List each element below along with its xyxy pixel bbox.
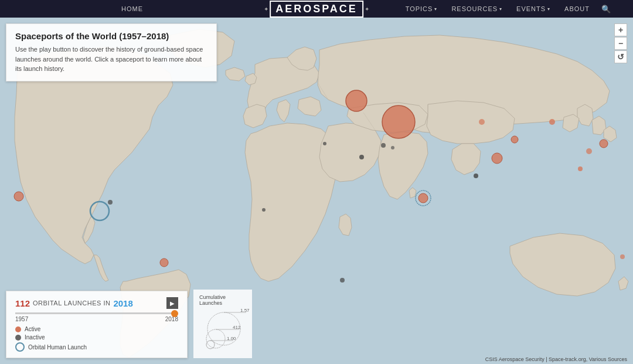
info-title: Spaceports of the World (1957–2018) [15, 31, 207, 41]
logo-star-right: ✦ [365, 6, 369, 12]
spaceport-plesetsk[interactable] [346, 90, 367, 111]
info-box: Spaceports of the World (1957–2018) Use … [6, 23, 217, 81]
search-icon[interactable]: 🔍 [597, 5, 615, 13]
nav-home[interactable]: HOME [114, 0, 150, 18]
spaceport-vandenberg[interactable] [14, 192, 23, 201]
svg-text:1.00: 1.00 [227, 336, 236, 341]
bottom-panel: 112 ORBITAL LAUNCHES IN 2018 ▶ 1957 2018… [6, 291, 188, 358]
legend: Active Inactive Orbital Human Launch [15, 326, 178, 352]
launch-count: 112 [15, 298, 30, 308]
chevron-down-icon: ▾ [547, 6, 550, 12]
spaceport-cape-canaveral[interactable] [90, 202, 109, 220]
legend-orbital: Orbital Human Launch [15, 342, 178, 352]
logo-area: ✦ AEROSPACE ✦ [264, 1, 369, 18]
spaceport-dombarovsky[interactable] [391, 146, 394, 149]
svg-text:412: 412 [233, 325, 241, 330]
spaceport-vostochny[interactable] [479, 119, 485, 125]
timeline-track[interactable] [15, 312, 178, 314]
spaceport-baikonur[interactable] [382, 106, 415, 138]
timeline-end: 2018 [165, 316, 178, 322]
zoom-reset-button[interactable]: ↺ [614, 50, 627, 63]
cumulative-legend: Cumulative Launches 1.57k 412 1.00 [193, 290, 252, 358]
spaceport-wallops[interactable] [108, 200, 113, 205]
spaceport-hammaguir[interactable] [262, 208, 266, 212]
inactive-label: Inactive [25, 334, 45, 341]
active-dot [15, 326, 21, 332]
orbital-label: Orbital Human Launch [28, 344, 87, 351]
spaceport-jiuquan[interactable] [474, 174, 478, 178]
spaceport-svobodny[interactable] [549, 119, 555, 125]
header: ✦ AEROSPACE ✦ HOME TOPICS ▾ RESOURCES ▾ … [0, 0, 633, 18]
active-label: Active [25, 326, 40, 332]
launch-year: 2018 [113, 298, 132, 308]
svg-point-7 [206, 329, 225, 348]
spaceport-tanegashima[interactable] [600, 140, 608, 148]
timeline-thumb[interactable] [171, 310, 178, 317]
launch-count-line: 112 ORBITAL LAUNCHES IN 2018 ▶ [15, 297, 178, 309]
chevron-down-icon: ▾ [499, 6, 502, 12]
cumulative-title: Cumulative Launches [199, 294, 246, 306]
chevron-down-icon: ▾ [434, 6, 437, 12]
spaceport-xichang[interactable] [492, 153, 502, 164]
spaceport-sea-launch[interactable] [620, 254, 625, 259]
timeline: 1957 2018 [15, 312, 178, 322]
map-container: Spaceports of the World (1957–2018) Use … [0, 18, 633, 364]
spaceport-kapustin-yar[interactable] [359, 155, 364, 159]
timeline-labels: 1957 2018 [15, 316, 178, 322]
spaceport-semnan[interactable] [381, 143, 386, 148]
nav-topics[interactable]: TOPICS ▾ [399, 0, 445, 18]
legend-inactive: Inactive [15, 334, 178, 341]
play-button[interactable]: ▶ [166, 297, 178, 309]
zoom-controls: + − ↺ [614, 23, 627, 63]
cumulative-circles-chart: 1.57k 412 1.00 [199, 308, 249, 352]
nav-left: HOME [114, 0, 150, 18]
info-description: Use the play button to discover the hist… [15, 45, 207, 74]
nav-resources[interactable]: RESOURCES ▾ [444, 0, 509, 18]
spaceport-kourou[interactable] [160, 258, 168, 267]
orbital-dot [15, 342, 25, 352]
logo-star-left: ✦ [264, 6, 268, 12]
svg-text:1.57k: 1.57k [240, 308, 249, 313]
orbital-human-indicator [416, 190, 431, 206]
main-nav: TOPICS ▾ RESOURCES ▾ EVENTS ▾ ABOUT 🔍 [399, 0, 615, 18]
spaceport-palmachim[interactable] [323, 142, 326, 145]
nav-events[interactable]: EVENTS ▾ [509, 0, 557, 18]
inactive-dot [15, 335, 21, 341]
spaceport-uchinoura[interactable] [586, 148, 592, 154]
logo-text: AEROSPACE [270, 1, 363, 18]
spaceport-san-marco[interactable] [340, 278, 345, 283]
zoom-out-button[interactable]: − [614, 37, 627, 50]
nav-about[interactable]: ABOUT [557, 0, 597, 18]
legend-active: Active [15, 326, 178, 332]
spaceport-wenchang[interactable] [511, 136, 518, 143]
svg-point-10 [206, 341, 215, 349]
attribution-text: CSIS Aerospace Security | Space-track.or… [485, 356, 627, 362]
spaceport-naro[interactable] [578, 166, 583, 171]
attribution: CSIS Aerospace Security | Space-track.or… [485, 356, 627, 362]
launch-label: ORBITAL LAUNCHES IN [33, 300, 110, 307]
timeline-start: 1957 [15, 316, 28, 322]
zoom-in-button[interactable]: + [614, 23, 627, 36]
